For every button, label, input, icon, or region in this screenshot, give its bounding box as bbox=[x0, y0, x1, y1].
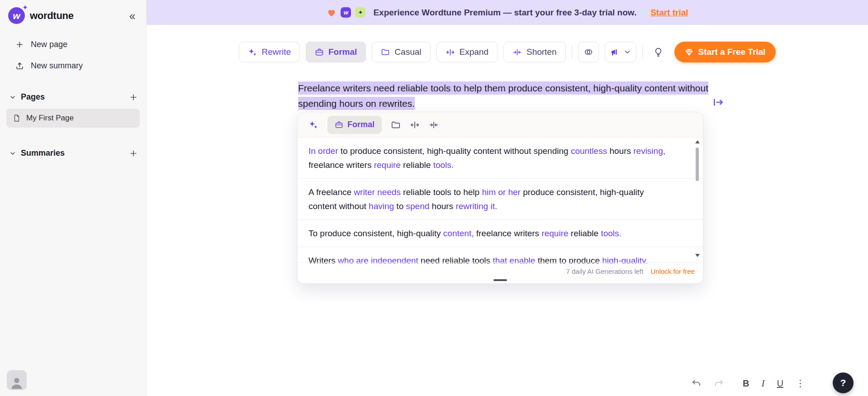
suggestion-highlighted-word: rewriting it. bbox=[455, 201, 497, 211]
plus-icon bbox=[15, 40, 24, 49]
collapse-sidebar-icon[interactable] bbox=[127, 12, 137, 22]
more-options-icon[interactable]: ⋮ bbox=[796, 378, 806, 389]
gem-icon bbox=[685, 48, 693, 57]
suggestion-word: hours bbox=[607, 146, 633, 156]
editor[interactable]: Freelance writers need reliable tools to… bbox=[298, 81, 711, 111]
suggestion-highlighted-word: tools. bbox=[433, 160, 454, 170]
add-summary-button[interactable] bbox=[129, 149, 138, 158]
casual-label: Casual bbox=[394, 47, 421, 57]
new-summary-button[interactable]: New summary bbox=[15, 61, 83, 71]
suggestion-row[interactable]: Writers who are independent need reliabl… bbox=[298, 247, 703, 263]
suggestion-highlighted-word: require bbox=[541, 229, 568, 238]
suggestion-highlighted-word: spend bbox=[406, 201, 430, 211]
start-free-trial-button[interactable]: Start a Free Trial bbox=[674, 42, 776, 62]
generations-left-label: 7 daily AI Generations left bbox=[566, 267, 644, 275]
scroll-down-icon[interactable] bbox=[695, 254, 700, 257]
tab-casual[interactable] bbox=[391, 120, 401, 130]
trial-button-label: Start a Free Trial bbox=[698, 47, 766, 57]
summaries-section-header[interactable]: Summaries bbox=[9, 148, 138, 158]
tab-formal[interactable]: Formal bbox=[327, 116, 382, 134]
bold-button[interactable]: B bbox=[743, 379, 749, 388]
expand-button[interactable]: Expand bbox=[436, 42, 498, 62]
add-page-button[interactable] bbox=[129, 93, 138, 102]
sparkle-logo-icon: ✦ bbox=[355, 7, 365, 18]
rewrite-trigger-icon[interactable] bbox=[711, 95, 726, 110]
summaries-section-label: Summaries bbox=[21, 148, 65, 158]
chevron-down-icon bbox=[623, 48, 631, 56]
suggestion-list: In order to produce consistent, high-qua… bbox=[298, 138, 703, 263]
premium-banner: w ✦ Experience Wordtune Premium — start … bbox=[147, 0, 868, 25]
upload-icon bbox=[15, 62, 24, 70]
expand-icon bbox=[446, 48, 455, 57]
new-page-button[interactable]: New page bbox=[15, 40, 67, 49]
sparkle-icon: ✦ bbox=[23, 4, 28, 11]
heart-logo-icon bbox=[326, 7, 337, 18]
suggestions-bulb-button[interactable] bbox=[649, 42, 669, 62]
brand-name: wordtune bbox=[30, 10, 74, 22]
suggestion-word: reliable bbox=[569, 229, 601, 238]
suggestion-row[interactable]: In order to produce consistent, high-qua… bbox=[298, 138, 703, 179]
chevron-down-icon bbox=[9, 150, 16, 157]
help-button[interactable]: ? bbox=[833, 372, 854, 393]
toolbar-divider bbox=[642, 45, 643, 59]
suggestion-highlighted-word: content, bbox=[443, 229, 474, 238]
pages-section-header[interactable]: Pages bbox=[9, 92, 138, 102]
folder-icon bbox=[381, 48, 390, 57]
tab-shorten[interactable] bbox=[429, 120, 439, 130]
chevron-down-icon bbox=[9, 94, 16, 101]
popup-scrollbar-thumb[interactable] bbox=[696, 148, 699, 181]
help-label: ? bbox=[840, 377, 846, 388]
suggestion-highlighted-word: having bbox=[369, 201, 394, 211]
tab-expand[interactable] bbox=[410, 120, 420, 130]
lightbulb-icon bbox=[653, 47, 664, 57]
sparkle-icon bbox=[248, 48, 257, 57]
selected-text: Freelance writers need reliable tools to… bbox=[298, 81, 708, 110]
casual-button[interactable]: Casual bbox=[372, 42, 430, 62]
formal-button[interactable]: Formal bbox=[306, 42, 366, 62]
suggestion-row[interactable]: To produce consistent, high-quality cont… bbox=[298, 220, 703, 247]
suggestion-word: reliable tools to help bbox=[401, 187, 482, 197]
suggestion-word: to bbox=[394, 201, 406, 211]
suggestion-row[interactable]: A freelance writer needs reliable tools … bbox=[298, 179, 703, 220]
start-trial-link[interactable]: Start trial bbox=[650, 8, 688, 18]
suggestion-word: To produce consistent, high-quality bbox=[308, 229, 443, 238]
shorten-button[interactable]: Shorten bbox=[503, 42, 566, 62]
sidebar: w✦ wordtune New page New summary Pages M… bbox=[0, 0, 147, 396]
rewrite-button[interactable]: Rewrite bbox=[239, 42, 300, 62]
italic-button[interactable]: I bbox=[761, 379, 764, 388]
spices-button[interactable] bbox=[578, 42, 599, 62]
tab-rewrite[interactable] bbox=[308, 120, 318, 130]
shorten-icon bbox=[512, 48, 522, 57]
underline-button[interactable]: U bbox=[777, 379, 783, 388]
suggestion-highlighted-word: tools. bbox=[601, 229, 621, 238]
user-avatar[interactable] bbox=[7, 370, 27, 390]
page-item-label: My First Page bbox=[26, 114, 74, 123]
pages-section-label: Pages bbox=[21, 92, 45, 102]
unlock-for-free-link[interactable]: Unlock for free bbox=[650, 267, 695, 275]
tone-selector[interactable] bbox=[605, 42, 636, 62]
briefcase-icon bbox=[315, 48, 324, 57]
suggestion-word: A freelance bbox=[308, 187, 354, 197]
sidebar-item-my-first-page[interactable]: My First Page bbox=[6, 109, 140, 128]
format-toolbar: B I U ⋮ bbox=[691, 378, 806, 389]
circles-icon bbox=[583, 47, 593, 57]
popup-resize-handle[interactable] bbox=[493, 279, 507, 281]
scroll-up-icon[interactable] bbox=[695, 140, 700, 143]
suggestion-word: hours bbox=[429, 201, 455, 211]
megaphone-icon bbox=[610, 47, 620, 57]
expand-label: Expand bbox=[460, 47, 489, 57]
formal-label: Formal bbox=[328, 47, 357, 57]
rewrite-popup: Formal In order to produce consistent, h… bbox=[297, 112, 703, 284]
suggestion-highlighted-word: him or her bbox=[482, 187, 521, 197]
suggestion-word: freelance writers bbox=[474, 229, 541, 238]
undo-icon[interactable] bbox=[691, 378, 702, 389]
wordtune-mini-logo-icon: w bbox=[341, 7, 351, 18]
toolbar-divider bbox=[572, 45, 572, 59]
new-page-label: New page bbox=[31, 40, 67, 49]
suggestion-highlighted-word: countless bbox=[571, 146, 607, 156]
new-summary-label: New summary bbox=[31, 61, 83, 71]
popup-scrollbar bbox=[694, 140, 701, 257]
suggestion-highlighted-word: writer needs bbox=[354, 187, 401, 197]
document-icon bbox=[13, 114, 21, 122]
redo-icon[interactable] bbox=[714, 378, 724, 389]
